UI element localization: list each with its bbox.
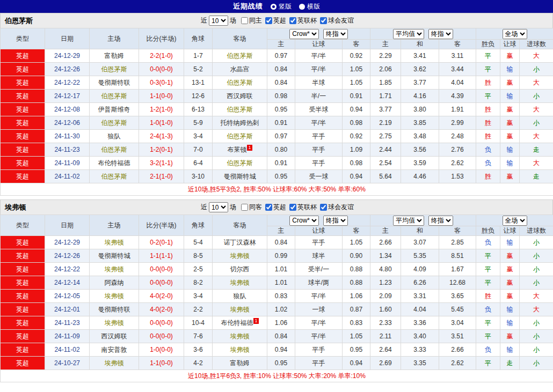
result-outcome: 平 — [476, 330, 500, 343]
away-team: 曼彻斯特城 — [213, 170, 267, 183]
avg-home-odds: 2.44 — [370, 143, 401, 157]
asian-home-odds: 0.84 — [267, 76, 295, 90]
layout-option-vertical[interactable]: 竖版 — [271, 2, 292, 11]
league-epl-checkbox[interactable] — [265, 17, 272, 24]
avg-draw-odds: 5.35 — [401, 249, 439, 263]
scope-select[interactable]: 全场 — [503, 216, 527, 226]
asian-home-odds: 0.84 — [267, 330, 295, 343]
avg-home-odds: 2.75 — [370, 130, 401, 143]
league-filter-epl[interactable]: 英超 — [265, 16, 286, 25]
result-outcome: 平 — [476, 316, 500, 330]
result-handicap: 赢 — [500, 49, 520, 63]
league-epl-label: 英超 — [273, 203, 286, 212]
away-team: 伯恩茅斯 — [213, 103, 267, 116]
league-filter-eflcup[interactable]: 英联杯 — [289, 16, 317, 25]
result-goals: 走 — [520, 143, 553, 157]
away-team: 埃弗顿 — [213, 249, 267, 263]
asian-away-odds: 1.05 — [343, 63, 370, 76]
avg-home-odds: 2.11 — [370, 330, 401, 343]
asian-handicap: 平手 — [295, 130, 343, 143]
league-eflcup-checkbox[interactable] — [289, 17, 296, 24]
avg-select[interactable]: 平均值 — [393, 216, 424, 226]
recent-count-select[interactable]: 10 — [209, 202, 228, 212]
avg-stage-select[interactable]: 终指 — [428, 29, 453, 39]
avg-select[interactable]: 平均值 — [393, 29, 424, 39]
league-filter-friendly[interactable]: 球会友谊 — [320, 203, 354, 212]
avg-away-odds: 3.65 — [439, 290, 476, 303]
league-eflcup-checkbox[interactable] — [289, 204, 296, 211]
asian-away-odds: 0.83 — [343, 316, 370, 330]
note-badge: 1 — [247, 145, 252, 151]
match-row: 英超24-12-05埃弗顿4-0(2-0)3-4狼队0.83平/半1.062.0… — [1, 290, 553, 303]
league-badge: 英超 — [1, 276, 45, 290]
asian-away-odds: 0.92 — [343, 49, 370, 63]
layout-option-horizontal[interactable]: 横版 — [299, 2, 320, 11]
avg-home-odds: 2.29 — [370, 49, 401, 63]
avg-away-odds: 2.62 — [439, 157, 476, 170]
score: 1-1(1-1) — [139, 249, 184, 263]
avg-draw-odds: 3.59 — [401, 157, 439, 170]
home-team: 埃弗顿 — [90, 236, 139, 249]
col-header-type: 类型 — [1, 215, 45, 236]
league-badge: 英超 — [1, 76, 45, 90]
result-goals: 小 — [520, 316, 553, 330]
scope-select-cell: 全场 — [476, 215, 553, 226]
odds-company-select[interactable]: Crow* — [289, 29, 319, 39]
home-team: 南安普敦 — [90, 343, 139, 357]
avg-stage-select[interactable]: 终指 — [428, 216, 453, 226]
same-venue-checkbox[interactable] — [241, 204, 248, 211]
asian-handicap: 受一球 — [295, 170, 343, 183]
same-venue-checkbox[interactable] — [241, 17, 248, 24]
asian-handicap: 平/半 — [295, 49, 343, 63]
match-row: 英超24-12-26曼彻斯特城1-1(1-1)8-5埃弗顿0.99球半0.901… — [1, 249, 553, 263]
avg-away-odds: 2.99 — [439, 116, 476, 130]
away-team: 布伦特福德1 — [213, 316, 267, 330]
league-friendly-checkbox[interactable] — [320, 17, 327, 24]
asian-handicap: 半/一 — [295, 90, 343, 103]
corner-score: 2-2 — [184, 303, 213, 316]
avg-away-odds: 4.04 — [439, 76, 476, 90]
league-badge: 英超 — [1, 143, 45, 157]
match-row: 英超24-11-23伯恩茅斯1-2(0-1)7-0布莱顿10.80平手1.092… — [1, 143, 553, 157]
odds-company-select[interactable]: Crow* — [289, 216, 319, 226]
same-venue-filter[interactable]: 同客 — [241, 203, 262, 212]
score: 1-1(0-0) — [139, 357, 184, 370]
league-filter-friendly[interactable]: 球会友谊 — [320, 16, 354, 25]
league-epl-checkbox[interactable] — [265, 204, 272, 211]
recent-prefix: 近 — [201, 16, 207, 25]
odds-stage-select[interactable]: 终指 — [323, 29, 348, 39]
result-handicap: 赢 — [500, 116, 520, 130]
same-venue-filter[interactable]: 同主 — [241, 16, 262, 25]
col-header-avg-draw: 和 — [401, 40, 439, 49]
score: 4-0(2-0) — [139, 290, 184, 303]
matches-body: 英超24-12-29富勒姆2-2(1-0)1-7伯恩茅斯0.97平/半0.922… — [1, 49, 553, 183]
odds-stage-select[interactable]: 终指 — [323, 216, 348, 226]
match-date: 24-11-30 — [45, 130, 90, 143]
avg-home-odds: 2.06 — [370, 63, 401, 76]
col-header-asian-handicap: 让球 — [295, 40, 343, 49]
asian-home-odds: 0.97 — [267, 130, 295, 143]
avg-home-odds: 1.71 — [370, 90, 401, 103]
result-outcome: 胜 — [476, 170, 500, 183]
league-badge: 英超 — [1, 90, 45, 103]
league-filter-epl[interactable]: 英超 — [265, 203, 286, 212]
scope-select[interactable]: 全场 — [503, 29, 527, 39]
result-goals: 走 — [520, 170, 553, 183]
asian-home-odds: 0.98 — [267, 90, 295, 103]
asian-home-odds: 0.94 — [267, 343, 295, 357]
recent-count-select[interactable]: 10 — [209, 16, 228, 26]
match-row: 英超24-11-02伯恩茅斯2-1(1-0)3-10曼彻斯特城0.95受一球0.… — [1, 170, 553, 183]
avg-away-odds: 3.04 — [439, 316, 476, 330]
corner-score: 5-2 — [184, 63, 213, 76]
col-header-result: 胜负 — [476, 40, 500, 49]
league-badge: 英超 — [1, 49, 45, 63]
asian-home-odds: 1.02 — [267, 303, 295, 316]
radio-unselected-icon — [299, 4, 305, 10]
avg-home-odds: 2.09 — [370, 290, 401, 303]
league-friendly-checkbox[interactable] — [320, 204, 327, 211]
league-filter-eflcup[interactable]: 英联杯 — [289, 203, 317, 212]
avg-away-odds: 2.66 — [439, 343, 476, 357]
home-team: 布伦特福德 — [90, 157, 139, 170]
avg-home-odds: 2.54 — [370, 157, 401, 170]
result-outcome: 胜 — [476, 76, 500, 90]
